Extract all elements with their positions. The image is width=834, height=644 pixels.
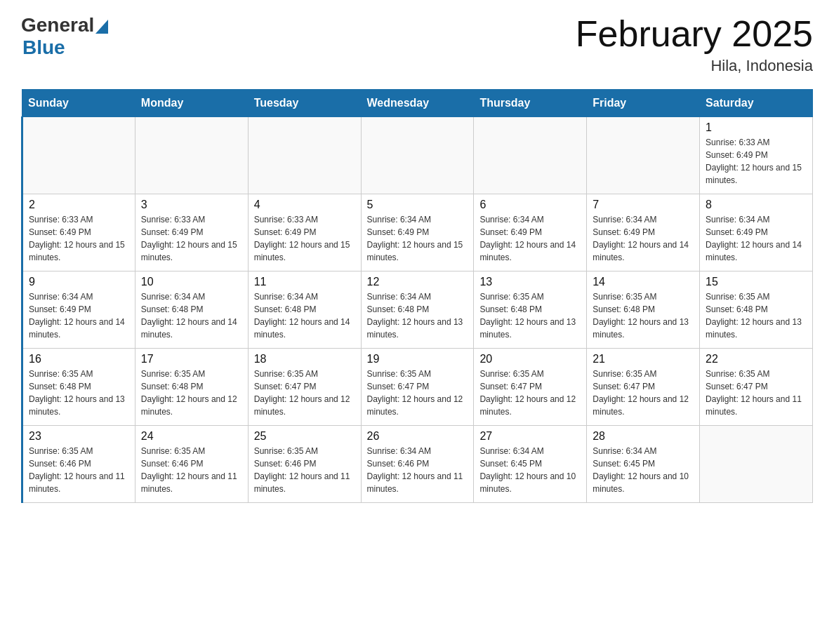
day-header-monday: Monday [135,90,248,117]
calendar-cell: 3Sunrise: 6:33 AM Sunset: 6:49 PM Daylig… [135,194,248,271]
calendar-cell: 28Sunrise: 6:34 AM Sunset: 6:45 PM Dayli… [587,426,700,503]
day-info: Sunrise: 6:34 AM Sunset: 6:48 PM Dayligh… [254,290,355,341]
day-info: Sunrise: 6:35 AM Sunset: 6:48 PM Dayligh… [706,290,807,341]
day-number: 22 [706,353,807,365]
day-info: Sunrise: 6:33 AM Sunset: 6:49 PM Dayligh… [29,213,129,264]
logo-arrow-icon [95,20,108,34]
calendar-cell: 24Sunrise: 6:35 AM Sunset: 6:46 PM Dayli… [135,426,248,503]
calendar-cell: 16Sunrise: 6:35 AM Sunset: 6:48 PM Dayli… [22,349,135,426]
day-info: Sunrise: 6:34 AM Sunset: 6:49 PM Dayligh… [706,213,807,264]
day-number: 14 [593,276,694,288]
calendar-cell: 19Sunrise: 6:35 AM Sunset: 6:47 PM Dayli… [361,349,474,426]
day-number: 11 [254,276,355,288]
day-number: 19 [367,353,468,365]
calendar-subtitle: Hila, Indonesia [576,57,813,75]
day-info: Sunrise: 6:35 AM Sunset: 6:47 PM Dayligh… [706,368,807,418]
day-number: 12 [367,276,468,288]
calendar-header-row: SundayMondayTuesdayWednesdayThursdayFrid… [22,90,813,117]
day-info: Sunrise: 6:34 AM Sunset: 6:46 PM Dayligh… [367,445,468,495]
logo: General Blue [21,14,108,59]
day-number: 9 [29,276,129,288]
calendar-cell: 12Sunrise: 6:34 AM Sunset: 6:48 PM Dayli… [361,271,474,349]
day-info: Sunrise: 6:35 AM Sunset: 6:47 PM Dayligh… [254,368,355,418]
day-number: 13 [479,276,581,288]
calendar-cell [22,117,135,194]
day-info: Sunrise: 6:35 AM Sunset: 6:46 PM Dayligh… [29,445,129,495]
day-number: 1 [706,121,807,134]
calendar-week-row: 2Sunrise: 6:33 AM Sunset: 6:49 PM Daylig… [22,194,813,271]
calendar-cell: 22Sunrise: 6:35 AM Sunset: 6:47 PM Dayli… [700,349,813,426]
day-info: Sunrise: 6:35 AM Sunset: 6:48 PM Dayligh… [141,368,242,418]
day-info: Sunrise: 6:34 AM Sunset: 6:49 PM Dayligh… [479,213,581,264]
day-number: 21 [593,353,694,365]
day-header-tuesday: Tuesday [248,90,361,117]
day-header-friday: Friday [587,90,700,117]
calendar-cell: 9Sunrise: 6:34 AM Sunset: 6:49 PM Daylig… [22,271,135,349]
calendar-cell: 4Sunrise: 6:33 AM Sunset: 6:49 PM Daylig… [248,194,361,271]
day-header-wednesday: Wednesday [361,90,474,117]
calendar-cell [587,117,700,194]
day-number: 6 [479,199,581,211]
day-number: 3 [141,199,242,211]
calendar-week-row: 9Sunrise: 6:34 AM Sunset: 6:49 PM Daylig… [22,271,813,349]
logo-blue-text: Blue [22,36,65,59]
day-number: 15 [706,276,807,288]
calendar-cell: 25Sunrise: 6:35 AM Sunset: 6:46 PM Dayli… [248,426,361,503]
calendar-cell: 14Sunrise: 6:35 AM Sunset: 6:48 PM Dayli… [587,271,700,349]
calendar-cell: 10Sunrise: 6:34 AM Sunset: 6:48 PM Dayli… [135,271,248,349]
calendar-cell: 2Sunrise: 6:33 AM Sunset: 6:49 PM Daylig… [22,194,135,271]
day-number: 28 [593,430,694,443]
day-number: 7 [593,199,694,211]
calendar-cell: 18Sunrise: 6:35 AM Sunset: 6:47 PM Dayli… [248,349,361,426]
day-info: Sunrise: 6:35 AM Sunset: 6:47 PM Dayligh… [479,368,581,418]
calendar-cell: 26Sunrise: 6:34 AM Sunset: 6:46 PM Dayli… [361,426,474,503]
calendar-cell: 21Sunrise: 6:35 AM Sunset: 6:47 PM Dayli… [587,349,700,426]
calendar-cell [474,117,587,194]
title-block: February 2025 Hila, Indonesia [576,14,813,75]
logo-general-text: General [21,14,94,36]
calendar-cell: 20Sunrise: 6:35 AM Sunset: 6:47 PM Dayli… [474,349,587,426]
day-number: 25 [254,430,355,443]
day-number: 24 [141,430,242,443]
day-header-saturday: Saturday [700,90,813,117]
calendar-week-row: 16Sunrise: 6:35 AM Sunset: 6:48 PM Dayli… [22,349,813,426]
day-info: Sunrise: 6:34 AM Sunset: 6:48 PM Dayligh… [141,290,242,341]
day-info: Sunrise: 6:34 AM Sunset: 6:49 PM Dayligh… [367,213,468,264]
day-number: 5 [367,199,468,211]
calendar-cell: 15Sunrise: 6:35 AM Sunset: 6:48 PM Dayli… [700,271,813,349]
calendar-title: February 2025 [576,14,813,54]
day-info: Sunrise: 6:34 AM Sunset: 6:49 PM Dayligh… [593,213,694,264]
calendar-cell [361,117,474,194]
page-header: General Blue February 2025 Hila, Indones… [21,14,813,75]
calendar-cell [700,426,813,503]
day-info: Sunrise: 6:33 AM Sunset: 6:49 PM Dayligh… [141,213,242,264]
calendar-cell: 13Sunrise: 6:35 AM Sunset: 6:48 PM Dayli… [474,271,587,349]
day-number: 16 [29,353,129,365]
calendar-cell: 23Sunrise: 6:35 AM Sunset: 6:46 PM Dayli… [22,426,135,503]
day-info: Sunrise: 6:35 AM Sunset: 6:47 PM Dayligh… [593,368,694,418]
day-number: 10 [141,276,242,288]
calendar-cell: 1Sunrise: 6:33 AM Sunset: 6:49 PM Daylig… [700,117,813,194]
calendar-cell: 5Sunrise: 6:34 AM Sunset: 6:49 PM Daylig… [361,194,474,271]
calendar-table: SundayMondayTuesdayWednesdayThursdayFrid… [21,89,813,503]
day-number: 17 [141,353,242,365]
calendar-cell: 27Sunrise: 6:34 AM Sunset: 6:45 PM Dayli… [474,426,587,503]
day-number: 20 [479,353,581,365]
day-info: Sunrise: 6:35 AM Sunset: 6:48 PM Dayligh… [593,290,694,341]
day-info: Sunrise: 6:34 AM Sunset: 6:49 PM Dayligh… [29,290,129,341]
day-number: 4 [254,199,355,211]
calendar-cell [248,117,361,194]
day-header-sunday: Sunday [22,90,135,117]
day-info: Sunrise: 6:34 AM Sunset: 6:45 PM Dayligh… [593,445,694,495]
calendar-cell: 6Sunrise: 6:34 AM Sunset: 6:49 PM Daylig… [474,194,587,271]
day-info: Sunrise: 6:35 AM Sunset: 6:48 PM Dayligh… [29,368,129,418]
calendar-cell: 7Sunrise: 6:34 AM Sunset: 6:49 PM Daylig… [587,194,700,271]
day-number: 8 [706,199,807,211]
day-number: 26 [367,430,468,443]
calendar-cell: 17Sunrise: 6:35 AM Sunset: 6:48 PM Dayli… [135,349,248,426]
day-info: Sunrise: 6:35 AM Sunset: 6:47 PM Dayligh… [367,368,468,418]
calendar-cell [135,117,248,194]
day-info: Sunrise: 6:33 AM Sunset: 6:49 PM Dayligh… [706,136,807,187]
calendar-cell: 11Sunrise: 6:34 AM Sunset: 6:48 PM Dayli… [248,271,361,349]
day-number: 23 [29,430,129,443]
